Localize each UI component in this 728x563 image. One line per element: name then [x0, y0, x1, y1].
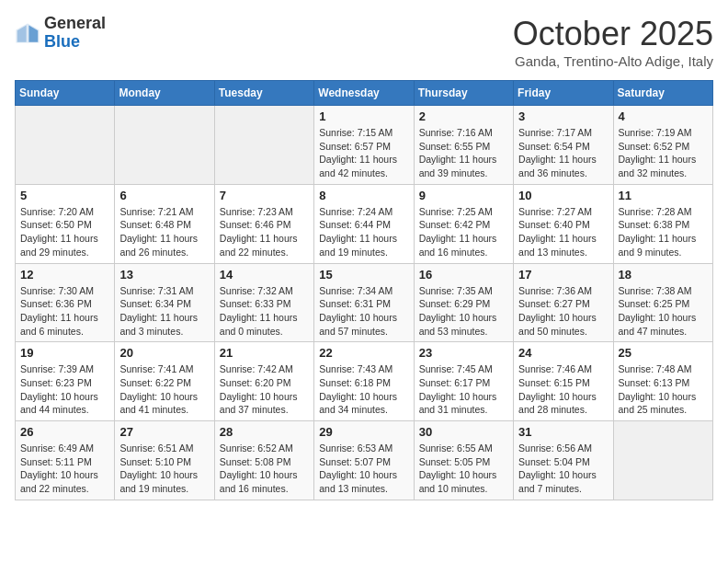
day-info: Sunrise: 7:23 AM Sunset: 6:46 PM Dayligh… [220, 205, 309, 259]
day-info: Sunrise: 7:46 AM Sunset: 6:15 PM Dayligh… [518, 362, 608, 417]
day-number: 2 [419, 109, 508, 123]
calendar-cell: 13Sunrise: 7:31 AM Sunset: 6:34 PM Dayli… [115, 263, 214, 342]
day-number: 26 [20, 425, 109, 439]
calendar-cell: 17Sunrise: 7:36 AM Sunset: 6:27 PM Dayli… [514, 263, 613, 342]
weekday-header-thursday: Thursday [414, 81, 513, 106]
day-info: Sunrise: 7:34 AM Sunset: 6:31 PM Dayligh… [319, 284, 408, 339]
day-number: 22 [319, 346, 408, 360]
day-number: 16 [419, 268, 508, 282]
calendar-cell: 18Sunrise: 7:38 AM Sunset: 6:25 PM Dayli… [613, 263, 712, 342]
logo-general: General [44, 14, 106, 32]
day-info: Sunrise: 6:51 AM Sunset: 5:10 PM Dayligh… [119, 442, 209, 496]
day-info: Sunrise: 7:36 AM Sunset: 6:27 PM Dayligh… [518, 284, 608, 339]
day-info: Sunrise: 6:49 AM Sunset: 5:11 PM Dayligh… [20, 442, 109, 496]
day-number: 12 [20, 268, 109, 282]
day-number: 17 [518, 268, 608, 282]
day-number: 31 [518, 425, 608, 439]
calendar-cell: 4Sunrise: 7:19 AM Sunset: 6:52 PM Daylig… [613, 106, 712, 185]
day-info: Sunrise: 7:24 AM Sunset: 6:44 PM Dayligh… [319, 205, 408, 259]
day-info: Sunrise: 7:17 AM Sunset: 6:54 PM Dayligh… [518, 126, 608, 180]
day-info: Sunrise: 7:16 AM Sunset: 6:55 PM Dayligh… [419, 126, 508, 180]
day-number: 7 [220, 189, 309, 202]
logo-text: General Blue [44, 15, 106, 52]
day-info: Sunrise: 7:28 AM Sunset: 6:38 PM Dayligh… [619, 205, 708, 259]
calendar-cell: 12Sunrise: 7:30 AM Sunset: 6:36 PM Dayli… [16, 263, 115, 342]
day-number: 15 [319, 268, 408, 282]
day-number: 11 [619, 189, 708, 202]
calendar-week-row: 26Sunrise: 6:49 AM Sunset: 5:11 PM Dayli… [16, 421, 713, 500]
calendar-cell: 27Sunrise: 6:51 AM Sunset: 5:10 PM Dayli… [115, 421, 214, 500]
day-number: 5 [20, 189, 109, 202]
calendar-body: 1Sunrise: 7:15 AM Sunset: 6:57 PM Daylig… [16, 106, 713, 500]
calendar-cell: 7Sunrise: 7:23 AM Sunset: 6:46 PM Daylig… [214, 184, 313, 263]
calendar-header: SundayMondayTuesdayWednesdayThursdayFrid… [16, 81, 713, 106]
calendar-cell: 16Sunrise: 7:35 AM Sunset: 6:29 PM Dayli… [414, 263, 513, 342]
day-info: Sunrise: 7:19 AM Sunset: 6:52 PM Dayligh… [619, 126, 708, 180]
calendar-cell: 19Sunrise: 7:39 AM Sunset: 6:23 PM Dayli… [16, 342, 115, 421]
day-info: Sunrise: 7:43 AM Sunset: 6:18 PM Dayligh… [319, 362, 408, 417]
calendar-cell: 24Sunrise: 7:46 AM Sunset: 6:15 PM Dayli… [514, 342, 613, 421]
weekday-header-wednesday: Wednesday [314, 81, 414, 106]
calendar-cell [16, 106, 115, 185]
calendar-week-row: 12Sunrise: 7:30 AM Sunset: 6:36 PM Dayli… [16, 263, 713, 342]
day-number: 30 [419, 425, 508, 439]
calendar-cell: 1Sunrise: 7:15 AM Sunset: 6:57 PM Daylig… [314, 106, 414, 185]
day-info: Sunrise: 6:53 AM Sunset: 5:07 PM Dayligh… [319, 442, 408, 496]
calendar-week-row: 1Sunrise: 7:15 AM Sunset: 6:57 PM Daylig… [16, 106, 713, 185]
calendar-cell: 6Sunrise: 7:21 AM Sunset: 6:48 PM Daylig… [115, 184, 214, 263]
weekday-header-row: SundayMondayTuesdayWednesdayThursdayFrid… [16, 81, 713, 106]
calendar-cell: 14Sunrise: 7:32 AM Sunset: 6:33 PM Dayli… [214, 263, 313, 342]
calendar-week-row: 5Sunrise: 7:20 AM Sunset: 6:50 PM Daylig… [16, 184, 713, 263]
calendar-cell: 22Sunrise: 7:43 AM Sunset: 6:18 PM Dayli… [314, 342, 414, 421]
calendar-cell [613, 421, 712, 500]
day-info: Sunrise: 7:48 AM Sunset: 6:13 PM Dayligh… [619, 362, 708, 417]
calendar-cell: 26Sunrise: 6:49 AM Sunset: 5:11 PM Dayli… [16, 421, 115, 500]
day-info: Sunrise: 7:42 AM Sunset: 6:20 PM Dayligh… [220, 362, 309, 417]
calendar-cell [214, 106, 313, 185]
calendar-cell: 11Sunrise: 7:28 AM Sunset: 6:38 PM Dayli… [613, 184, 712, 263]
day-info: Sunrise: 7:38 AM Sunset: 6:25 PM Dayligh… [619, 284, 708, 339]
page-header: General Blue October 2025 Ganda, Trentin… [15, 15, 713, 69]
day-info: Sunrise: 7:30 AM Sunset: 6:36 PM Dayligh… [20, 284, 109, 339]
calendar-cell: 2Sunrise: 7:16 AM Sunset: 6:55 PM Daylig… [414, 106, 513, 185]
day-info: Sunrise: 7:20 AM Sunset: 6:50 PM Dayligh… [20, 205, 109, 259]
day-number: 18 [619, 268, 708, 282]
calendar-week-row: 19Sunrise: 7:39 AM Sunset: 6:23 PM Dayli… [16, 342, 713, 421]
day-number: 1 [319, 109, 408, 123]
day-number: 9 [419, 189, 508, 202]
day-number: 3 [518, 109, 608, 123]
day-info: Sunrise: 7:45 AM Sunset: 6:17 PM Dayligh… [419, 362, 508, 417]
calendar-cell: 20Sunrise: 7:41 AM Sunset: 6:22 PM Dayli… [115, 342, 214, 421]
logo-icon [15, 20, 40, 46]
calendar-cell: 31Sunrise: 6:56 AM Sunset: 5:04 PM Dayli… [514, 421, 613, 500]
month-title: October 2025 [513, 15, 713, 53]
day-number: 20 [119, 346, 209, 360]
day-info: Sunrise: 7:32 AM Sunset: 6:33 PM Dayligh… [220, 284, 309, 339]
logo-blue: Blue [44, 32, 80, 51]
day-info: Sunrise: 6:56 AM Sunset: 5:04 PM Dayligh… [518, 442, 608, 496]
day-number: 21 [220, 346, 309, 360]
day-info: Sunrise: 7:27 AM Sunset: 6:40 PM Dayligh… [518, 205, 608, 259]
calendar-cell: 21Sunrise: 7:42 AM Sunset: 6:20 PM Dayli… [214, 342, 313, 421]
day-info: Sunrise: 7:41 AM Sunset: 6:22 PM Dayligh… [119, 362, 209, 417]
day-number: 23 [419, 346, 508, 360]
calendar-cell: 30Sunrise: 6:55 AM Sunset: 5:05 PM Dayli… [414, 421, 513, 500]
weekday-header-monday: Monday [115, 81, 214, 106]
day-info: Sunrise: 7:35 AM Sunset: 6:29 PM Dayligh… [419, 284, 508, 339]
weekday-header-friday: Friday [514, 81, 613, 106]
day-number: 8 [319, 189, 408, 202]
calendar-cell: 8Sunrise: 7:24 AM Sunset: 6:44 PM Daylig… [314, 184, 414, 263]
calendar-cell: 23Sunrise: 7:45 AM Sunset: 6:17 PM Dayli… [414, 342, 513, 421]
day-number: 4 [619, 109, 708, 123]
calendar-table: SundayMondayTuesdayWednesdayThursdayFrid… [15, 80, 713, 500]
calendar-cell [115, 106, 214, 185]
day-number: 25 [619, 346, 708, 360]
weekday-header-tuesday: Tuesday [214, 81, 313, 106]
calendar-cell: 3Sunrise: 7:17 AM Sunset: 6:54 PM Daylig… [514, 106, 613, 185]
day-info: Sunrise: 7:21 AM Sunset: 6:48 PM Dayligh… [119, 205, 209, 259]
day-number: 29 [319, 425, 408, 439]
calendar-cell: 10Sunrise: 7:27 AM Sunset: 6:40 PM Dayli… [514, 184, 613, 263]
location-subtitle: Ganda, Trentino-Alto Adige, Italy [513, 53, 713, 69]
weekday-header-sunday: Sunday [16, 81, 115, 106]
calendar-cell: 28Sunrise: 6:52 AM Sunset: 5:08 PM Dayli… [214, 421, 313, 500]
